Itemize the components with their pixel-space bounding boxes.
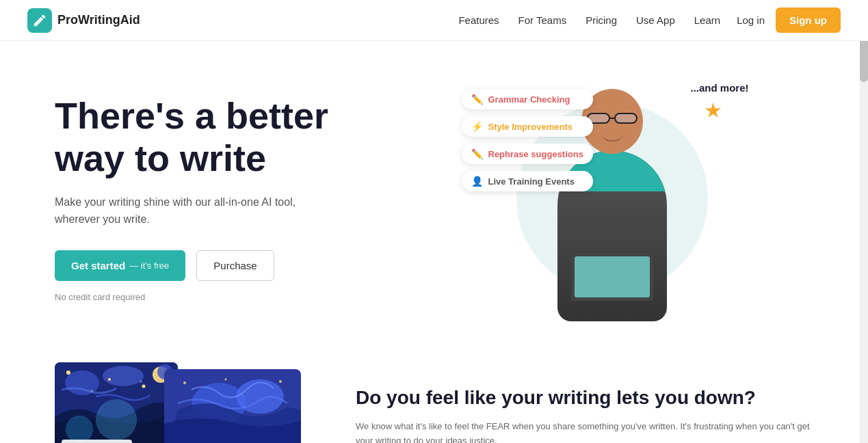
laptop bbox=[571, 253, 653, 301]
get-started-button[interactable]: Get started — it's free bbox=[55, 250, 185, 281]
feature-pills: ✏️ Grammar Checking ⚡ Style Improvements… bbox=[462, 89, 593, 191]
svg-point-6 bbox=[142, 385, 146, 388]
section2-content: Do you feel like your writing lets you d… bbox=[356, 386, 813, 443]
glasses-right bbox=[614, 113, 637, 124]
sparkle-icon bbox=[705, 103, 722, 119]
svg-point-13 bbox=[183, 381, 186, 384]
svg-point-14 bbox=[225, 379, 227, 381]
purchase-button[interactable]: Purchase bbox=[196, 250, 274, 281]
hero-illustration-area: ...and more! bbox=[410, 68, 813, 328]
laptop-screen bbox=[575, 256, 650, 297]
svg-rect-0 bbox=[55, 362, 178, 443]
svg-point-1 bbox=[65, 371, 99, 395]
nav-pricing[interactable]: Pricing bbox=[586, 14, 617, 26]
painting-area: My idea in my head bbox=[55, 362, 315, 443]
nav-for-teams[interactable]: For Teams bbox=[518, 14, 567, 26]
section2-body: We know what it's like to feel the FEAR … bbox=[356, 420, 813, 443]
training-icon: 👤 bbox=[471, 176, 483, 187]
glasses-bridge bbox=[610, 118, 616, 119]
painting-card-1: My idea in my head bbox=[55, 362, 178, 443]
and-more-text: ...and more! bbox=[690, 82, 748, 94]
starry-night-bg bbox=[55, 362, 178, 443]
logo-icon bbox=[27, 8, 52, 33]
logo-link[interactable]: ProWritingAid bbox=[27, 8, 140, 33]
grammar-icon: ✏️ bbox=[471, 94, 483, 105]
section2: My idea in my head Do you feel like your bbox=[0, 349, 868, 443]
svg-point-5 bbox=[108, 378, 111, 381]
rephrase-icon: ✏️ bbox=[471, 148, 483, 159]
pill-rephrase: ✏️ Rephrase suggestions bbox=[462, 144, 593, 164]
signup-button[interactable]: Sign up bbox=[776, 8, 841, 33]
hero-illustration: ...and more! bbox=[469, 75, 756, 321]
hero-subtitle: Make your writing shine with our all-in-… bbox=[55, 193, 328, 228]
no-cc-text: No credit card required bbox=[55, 292, 410, 302]
smile bbox=[602, 133, 622, 142]
hero-content: There's a better way to write Make your … bbox=[55, 94, 410, 301]
style-icon: ⚡ bbox=[471, 121, 483, 132]
hero-title: There's a better way to write bbox=[55, 94, 410, 179]
navbar: ProWritingAid Features For Teams Pricing… bbox=[0, 0, 868, 41]
hero-section: There's a better way to write Make your … bbox=[0, 41, 868, 349]
svg-point-15 bbox=[279, 380, 282, 383]
free-tag: — it's free bbox=[129, 260, 169, 271]
starry-night-svg bbox=[55, 362, 178, 443]
nav-features[interactable]: Features bbox=[458, 14, 499, 26]
nav-learn[interactable]: Learn bbox=[694, 14, 720, 26]
hero-cta-group: Get started — it's free Purchase bbox=[55, 250, 410, 281]
svg-point-3 bbox=[66, 371, 70, 375]
painting-card-2 bbox=[164, 369, 301, 443]
svg-point-4 bbox=[156, 368, 159, 371]
svg-point-2 bbox=[103, 366, 144, 386]
pill-grammar: ✏️ Grammar Checking bbox=[462, 89, 593, 109]
pill-training: 👤 Live Training Events bbox=[462, 171, 593, 191]
pill-style: ⚡ Style Improvements bbox=[462, 116, 593, 137]
section2-title: Do you feel like your writing lets you d… bbox=[356, 386, 813, 410]
scrollbar-track[interactable] bbox=[860, 0, 868, 443]
abstract-painting-svg bbox=[164, 369, 301, 443]
nav-links: Features For Teams Pricing Use App Learn bbox=[458, 14, 720, 27]
login-link[interactable]: Log in bbox=[737, 14, 765, 26]
writing-note: My idea in my head bbox=[62, 440, 132, 443]
brand-name: ProWritingAid bbox=[57, 13, 140, 27]
nav-use-app[interactable]: Use App bbox=[636, 14, 675, 26]
